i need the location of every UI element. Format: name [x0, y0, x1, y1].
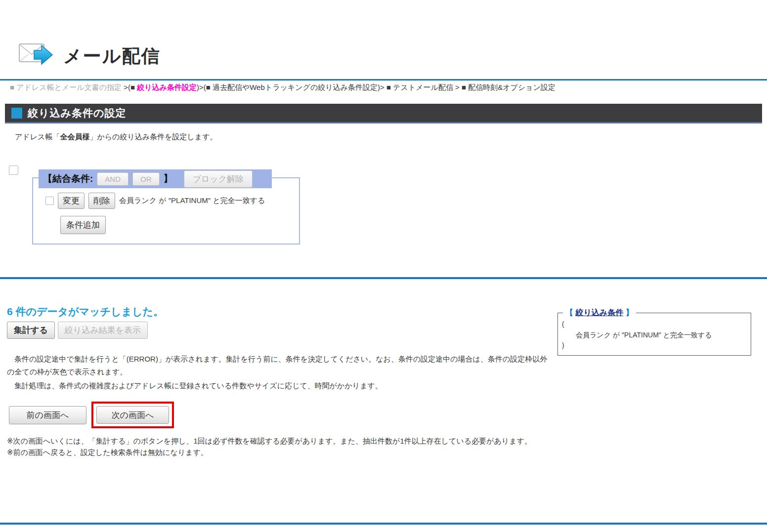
aggregate-button[interactable]: 集計する — [7, 322, 55, 339]
summary-close-paren: ) — [562, 340, 747, 351]
intro-pre: アドレス帳「 — [15, 132, 60, 141]
condition-text: 会員ランク が ″PLATINUM″ と完全一致する — [119, 196, 265, 205]
show-results-button[interactable]: 絞り込み結果を表示 — [58, 322, 148, 339]
delete-button[interactable]: 削除 — [88, 193, 115, 209]
bottom-divider — [0, 523, 767, 525]
condition-block: 【結合条件: AND OR 】 ブロック解除 変更 削除 会員ランク が ″PL… — [32, 177, 300, 245]
result-buttons-row: 集計する 絞り込み結果を表示 — [7, 322, 148, 339]
breadcrumb-steps-upcoming: )>(■ 過去配信やWebトラッキングの絞り込み条件設定)> ■ テストメール配… — [197, 83, 555, 91]
condition-row: 変更 削除 会員ランク が ″PLATINUM″ と完全一致する — [45, 193, 265, 209]
summary-open-paren: ( — [562, 319, 747, 330]
footnotes: ※次の画面へいくには、「集計する」のボタンを押し、1回は必ず件数を確認する必要が… — [7, 435, 532, 458]
filter-conditions-link[interactable]: 絞り込み条件 — [575, 308, 623, 317]
breadcrumb: ■ アドレス帳とメール文書の指定 >(■ 絞り込み条件設定)>(■ 過去配信やW… — [10, 83, 555, 92]
middle-divider — [0, 277, 767, 279]
footnote-back-invalidates: ※前の画面へ戻ると、設定した検索条件は無効になります。 — [7, 447, 532, 458]
help-paragraph-error: 条件の設定途中で集計を行うと「(ERROR)」が表示されます。集計を行う前に、条… — [7, 353, 553, 378]
legend-bracket-close: 】 — [623, 308, 633, 317]
app-logo: メール配信 — [18, 40, 161, 73]
section-title: 絞り込み条件の設定 — [28, 106, 126, 120]
page-title: メール配信 — [63, 44, 161, 69]
condition-checkbox[interactable] — [45, 197, 54, 205]
top-divider — [0, 79, 767, 81]
section-header-bar: 絞り込み条件の設定 — [5, 104, 762, 123]
annotation-highlight-box: 次の画面へ — [91, 402, 174, 428]
or-button[interactable]: OR — [132, 172, 160, 186]
match-count-message: 6 件のデータがマッチしました。 — [7, 305, 164, 319]
block-select-checkbox[interactable] — [9, 165, 18, 175]
prev-screen-button[interactable]: 前の画面へ — [9, 406, 86, 424]
add-condition-row: 条件追加 — [60, 216, 106, 234]
footnote-aggregate-required: ※次の画面へいくには、「集計する」のボタンを押し、1回は必ず件数を確認する必要が… — [7, 435, 532, 447]
mail-delivery-icon — [18, 40, 55, 73]
filter-summary-box: 【 絞り込み条件 】 ( 会員ランク が ″PLATINUM″ と完全一致する … — [557, 308, 751, 356]
join-condition-label-open: 【結合条件: — [43, 172, 93, 185]
and-button[interactable]: AND — [97, 172, 128, 186]
next-screen-button[interactable]: 次の画面へ — [96, 406, 169, 424]
breadcrumb-step-current: 絞り込み条件設定 — [137, 83, 197, 91]
breadcrumb-separator: >(■ — [122, 83, 137, 91]
legend-bracket-open: 【 — [565, 308, 575, 317]
breadcrumb-step-done: ■ アドレス帳とメール文書の指定 — [10, 83, 122, 91]
join-condition-strip: 【結合条件: AND OR 】 ブロック解除 — [39, 169, 272, 188]
section-square-icon — [11, 108, 22, 119]
unblock-button[interactable]: ブロック解除 — [184, 170, 253, 188]
change-button[interactable]: 変更 — [58, 193, 85, 209]
intro-post: 」からの絞り込み条件を設定します。 — [89, 132, 217, 141]
help-paragraph-time: 集計処理は、条件式の複雑度およびアドレス帳に登録されている件数やサイズに応じて、… — [7, 379, 553, 392]
join-condition-label-close: 】 — [164, 172, 173, 185]
add-condition-button[interactable]: 条件追加 — [60, 216, 106, 234]
intro-text: アドレス帳「全会員様」からの絞り込み条件を設定します。 — [15, 132, 217, 142]
summary-condition-text: 会員ランク が ″PLATINUM″ と完全一致する — [562, 330, 747, 341]
address-book-name: 全会員様 — [60, 132, 89, 141]
filter-summary-legend: 【 絞り込み条件 】 — [563, 308, 636, 318]
